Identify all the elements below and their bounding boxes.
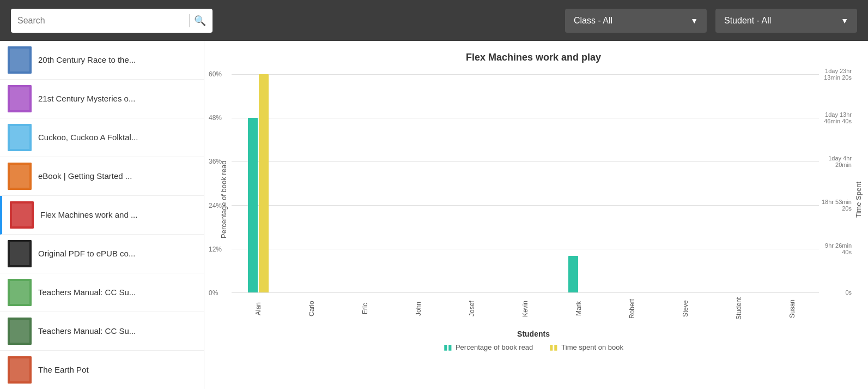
legend-time: ▮▮ Time spent on book	[549, 343, 623, 351]
chart-area: Flex Machines work and play Percentage o…	[204, 41, 868, 389]
x-axis-label: Susan	[766, 295, 819, 325]
y-axis-tick: 36%	[209, 158, 222, 165]
sidebar-item-book6[interactable]: Original PDF to ePUB co...	[0, 235, 204, 273]
legend-time-icon: ▮▮	[549, 343, 558, 351]
sidebar-item-book1[interactable]: 20th Century Race to the...	[0, 41, 204, 80]
bars-area	[232, 74, 819, 292]
student-group	[232, 74, 285, 292]
svg-rect-3	[10, 87, 29, 110]
x-axis-label: Student	[712, 295, 766, 325]
student-group	[552, 74, 605, 292]
search-input[interactable]	[17, 16, 185, 26]
chart-container: Percentage of book read 60%48%36%24%12%0…	[215, 74, 852, 325]
x-axis-label: Steve	[659, 295, 712, 325]
bar-pct	[568, 256, 578, 292]
book-thumb	[8, 356, 32, 384]
book-title: 20th Century Race to the...	[38, 55, 136, 65]
legend-time-label: Time spent on book	[561, 343, 623, 351]
student-dropdown[interactable]: Student - All ▼	[715, 9, 857, 33]
search-button[interactable]: 🔍	[194, 15, 206, 27]
y-axis-tick: 12%	[209, 246, 222, 253]
right-axis-tick: 1day 4hr 20min	[819, 155, 852, 168]
svg-rect-13	[10, 281, 29, 304]
book-title: eBook | Getting Started ...	[38, 171, 132, 182]
x-axis-label: Josef	[445, 295, 499, 325]
svg-rect-5	[10, 126, 29, 149]
search-box: 🔍	[11, 9, 213, 33]
bar-time	[259, 74, 269, 292]
chart-title: Flex Machines work and play	[215, 52, 852, 63]
student-group	[712, 74, 766, 292]
book-title: Teachers Manual: CC Su...	[38, 326, 136, 337]
svg-rect-15	[10, 320, 29, 343]
student-group	[659, 74, 712, 292]
book-thumb	[8, 240, 32, 267]
class-dropdown-label: Class - All	[574, 16, 612, 26]
sidebar-item-book4[interactable]: eBook | Getting Started ...	[0, 157, 204, 196]
x-axis-label: Carlo	[285, 295, 338, 325]
main-layout: 20th Century Race to the...21st Century …	[0, 41, 868, 389]
book-thumb	[8, 85, 32, 112]
sidebar-item-book8[interactable]: Teachers Manual: CC Su...	[0, 312, 204, 351]
sidebar-item-book3[interactable]: Cuckoo, Cuckoo A Folktal...	[0, 118, 204, 157]
bar-pct	[248, 118, 258, 292]
y-axis-label: Percentage of book read	[215, 74, 232, 325]
right-axis-tick: 9hr 26min 40s	[819, 242, 852, 255]
right-axis-tick: 1day 13hr 46min 40s	[819, 111, 852, 124]
book-title: 21st Century Mysteries o...	[38, 93, 135, 104]
sidebar-item-book2[interactable]: 21st Century Mysteries o...	[0, 80, 204, 118]
student-group	[285, 74, 338, 292]
svg-rect-17	[10, 358, 29, 381]
book-title: Flex Machines work and ...	[40, 210, 137, 220]
book-title: Teachers Manual: CC Su...	[38, 287, 136, 298]
header: 🔍 Class - All ▼ Student - All ▼	[0, 0, 868, 41]
legend-pct: ▮▮ Percentage of book read	[444, 343, 533, 351]
legend-pct-label: Percentage of book read	[456, 343, 533, 351]
legend-pct-icon: ▮▮	[444, 343, 452, 351]
student-group	[338, 74, 392, 292]
y-axis-tick: 48%	[209, 114, 222, 122]
sidebar: 20th Century Race to the...21st Century …	[0, 41, 204, 389]
x-axis-title: Students	[215, 330, 852, 338]
book-thumb	[10, 201, 34, 229]
time-spent-label: Time Spent	[854, 182, 863, 218]
x-labels: AlanCarloEricJohnJosefKevinMarkRobertSte…	[232, 295, 819, 325]
x-axis-label: Robert	[605, 295, 659, 325]
book-title: Cuckoo, Cuckoo A Folktal...	[38, 132, 138, 143]
student-group	[605, 74, 659, 292]
right-axis-tick: 18hr 53min 20s	[819, 199, 852, 212]
sidebar-item-book7[interactable]: Teachers Manual: CC Su...	[0, 273, 204, 312]
sidebar-item-book9[interactable]: The Earth Pot	[0, 351, 204, 389]
y-axis-tick: 24%	[209, 202, 222, 210]
student-group	[445, 74, 499, 292]
student-dropdown-label: Student - All	[724, 16, 771, 26]
x-axis-label: Alan	[232, 295, 285, 325]
search-divider	[189, 14, 190, 27]
student-group	[392, 74, 445, 292]
right-axis-tick: 1day 23hr 13min 20s	[819, 68, 852, 81]
x-axis-label: Eric	[338, 295, 392, 325]
y-axis-tick: 0%	[209, 289, 218, 297]
x-axis-label: Kevin	[499, 295, 552, 325]
class-dropdown-arrow: ▼	[690, 16, 698, 25]
book-thumb	[8, 279, 32, 306]
right-axis: 1day 23hr 13min 20s1day 13hr 46min 40s1d…	[819, 74, 852, 292]
x-axis-label: Mark	[552, 295, 605, 325]
book-title: Original PDF to ePUB co...	[38, 248, 135, 259]
sidebar-item-book5[interactable]: Flex Machines work and ...	[0, 196, 204, 235]
grid-line: 0%	[232, 292, 819, 293]
book-thumb	[8, 124, 32, 151]
book-title: The Earth Pot	[38, 364, 89, 375]
right-axis-tick: 0s	[845, 289, 852, 296]
class-dropdown[interactable]: Class - All ▼	[565, 9, 707, 33]
x-axis-label: John	[392, 295, 445, 325]
svg-rect-1	[10, 49, 29, 71]
svg-rect-9	[12, 204, 32, 226]
legend: ▮▮ Percentage of book read ▮▮ Time spent…	[215, 343, 852, 351]
svg-rect-7	[10, 165, 29, 188]
book-thumb	[8, 46, 32, 74]
student-group	[499, 74, 552, 292]
student-group	[766, 74, 819, 292]
student-dropdown-arrow: ▼	[841, 16, 848, 25]
chart-inner: 60%48%36%24%12%0% AlanCarloEricJohnJosef…	[232, 74, 852, 325]
